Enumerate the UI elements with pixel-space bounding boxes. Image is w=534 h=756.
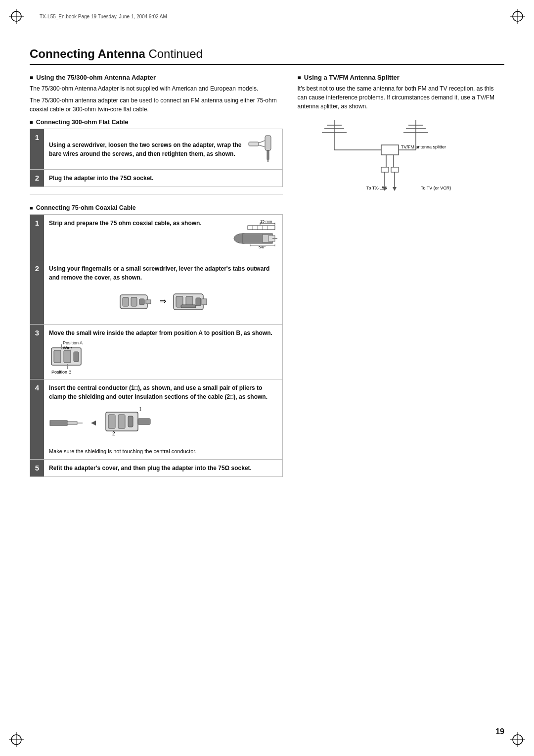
step-75-3: 3 Move the small wire inside the adapter… [30, 325, 282, 379]
svg-rect-49 [64, 350, 71, 363]
step-75-3-content: Move the small wire inside the adapter f… [44, 325, 282, 379]
tvfm-diagram: TV/FM antenna splitter To TX-L55 To TV (… [298, 118, 505, 198]
step-75-3-num: 3 [30, 325, 44, 379]
svg-rect-57 [67, 422, 77, 425]
step-300-2-content: Plug the adapter into the 75Ω socket. [44, 170, 282, 187]
svg-rect-44 [196, 298, 201, 306]
corner-mark-tl [9, 9, 24, 24]
cable-measurement-diagram: 15 mm [233, 219, 277, 256]
svg-rect-50 [74, 352, 79, 362]
svg-text:Position A: Position A [63, 340, 83, 345]
col-right: Using a TV/FM Antenna Splitter It's best… [298, 74, 505, 477]
step-75-1-content: Strip and prepare the 75 ohm coaxial cab… [44, 215, 282, 260]
svg-rect-13 [267, 150, 269, 159]
step-75-2: 2 Using your fingernails or a small scre… [30, 260, 282, 325]
svg-text:2: 2 [112, 431, 115, 436]
step-300-1-num: 1 [30, 129, 44, 169]
step-75-1-row: Strip and prepare the 75 ohm coaxial cab… [49, 219, 277, 256]
conductor-diagram: 1 2 [49, 401, 277, 445]
step-75-2-num: 2 [30, 260, 44, 324]
steps-75-ohm: 1 Strip and prepare the 75 ohm coaxial c… [30, 214, 283, 477]
step-75-4-content: Insert the central conductor (1□), as sh… [44, 379, 282, 459]
svg-rect-15 [249, 142, 259, 146]
step-75-2-content: Using your fingernails or a small screwd… [44, 260, 282, 324]
svg-text:TV/FM antenna splitter: TV/FM antenna splitter [401, 144, 446, 149]
svg-marker-92 [393, 187, 397, 191]
step-75-5: 5 Refit the adapter's cover, and then pl… [30, 460, 282, 476]
corner-mark-tr [510, 9, 525, 24]
page: TX-L55_En.book Page 19 Tuesday, June 1, … [0, 0, 534, 756]
step-75-1: 1 Strip and prepare the 75 ohm coaxial c… [30, 215, 282, 260]
svg-rect-79 [381, 145, 399, 155]
svg-rect-56 [50, 421, 67, 425]
step-75-1-num: 1 [30, 215, 44, 260]
file-info: TX-L55_En.book Page 19 Tuesday, June 1, … [40, 14, 167, 19]
svg-rect-37 [123, 297, 129, 306]
arrow-symbol: ⇒ [160, 295, 166, 307]
section-75-300-ohm-text1: The 75/300-ohm Antenna Adapter is not su… [30, 84, 283, 93]
svg-text:1: 1 [139, 407, 142, 412]
svg-rect-46 [181, 305, 196, 308]
col-left: Using the 75/300-ohm Antenna Adapter The… [30, 74, 283, 477]
svg-rect-61 [108, 415, 115, 428]
coaxial-section: Connecting 75-ohm Coaxial Cable 1 Strip … [30, 204, 283, 477]
svg-rect-82 [381, 167, 389, 172]
page-number: 19 [495, 727, 504, 736]
svg-marker-59 [91, 421, 96, 425]
svg-line-16 [259, 141, 265, 143]
svg-rect-39 [139, 299, 144, 305]
section-75-300-ohm-header: Using the 75/300-ohm Antenna Adapter [30, 74, 283, 81]
svg-rect-48 [54, 350, 61, 363]
svg-text:15 mm: 15 mm [260, 219, 272, 224]
section-75-300-ohm-text2: The 75/300-ohm antenna adapter can be us… [30, 96, 283, 114]
step-300-2: 2 Plug the adapter into the 75Ω socket. [30, 170, 282, 187]
svg-rect-12 [265, 136, 271, 150]
content-columns: Using the 75/300-ohm Antenna Adapter The… [30, 74, 504, 477]
step-300-2-num: 2 [30, 170, 44, 187]
step-300-1-text: Using a screwdriver, loosen the two scre… [49, 141, 243, 158]
svg-rect-62 [118, 415, 125, 428]
steps-300-ohm: 1 Using a screwdriver, loosen the two sc… [30, 129, 283, 187]
svg-text:To TV (or VCR): To TV (or VCR) [421, 186, 451, 190]
step-300-1-with-image: Using a screwdriver, loosen the two scre… [49, 133, 277, 165]
step-75-4: 4 Insert the central conductor (1□), as … [30, 379, 282, 460]
svg-rect-83 [391, 167, 399, 172]
svg-rect-63 [128, 416, 133, 427]
svg-rect-22 [248, 226, 275, 230]
step-75-5-content: Refit the adapter's cover, and then plug… [44, 460, 282, 476]
corner-mark-bl [9, 732, 24, 747]
adapter-diagram: ⇒ [49, 282, 277, 320]
svg-rect-64 [138, 419, 150, 425]
svg-text:5/8": 5/8" [259, 245, 266, 249]
screwdriver-wrap-icon [248, 133, 277, 165]
step-75-4-num: 4 [30, 379, 44, 459]
step-300-1: 1 Using a screwdriver, loosen the two sc… [30, 129, 282, 170]
divider-1 [30, 194, 283, 194]
corner-mark-br [510, 732, 525, 747]
svg-line-17 [259, 145, 265, 147]
subsection-75-ohm-header: Connecting 75-ohm Coaxial Cable [30, 204, 283, 211]
svg-rect-40 [146, 300, 151, 304]
adapter-with-labels: 1 2 [103, 403, 153, 443]
title-section: Connecting Antenna Continued [30, 47, 504, 65]
step-75-5-num: 5 [30, 460, 44, 476]
subsection-300-ohm-header: Connecting 300-ohm Flat Cable [30, 119, 283, 126]
svg-rect-45 [202, 299, 207, 305]
svg-text:Wire: Wire [63, 345, 72, 350]
section-tvfm-header: Using a TV/FM Antenna Splitter [298, 74, 505, 81]
step-75-4-note: Make sure the shielding is not touching … [49, 448, 277, 455]
svg-text:Position B: Position B [51, 370, 72, 375]
step-300-1-content: Using a screwdriver, loosen the two scre… [44, 129, 282, 169]
step-75-1-text-area: Strip and prepare the 75 ohm coaxial cab… [49, 219, 223, 228]
position-diagram-area: Position A Wire Position B [49, 340, 277, 375]
svg-rect-38 [131, 297, 137, 306]
page-title: Connecting Antenna Continued [30, 47, 504, 61]
section-tvfm-text: It's best not to use the same antenna fo… [298, 84, 505, 111]
